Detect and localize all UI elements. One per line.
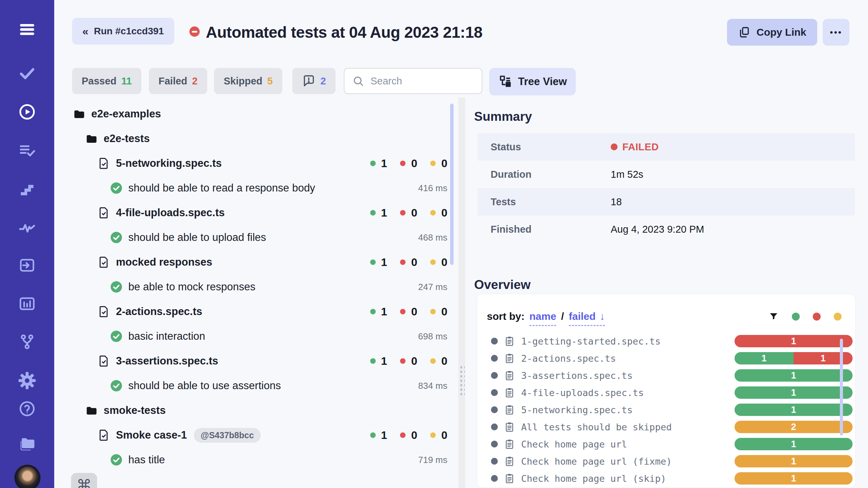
passed-dot: [370, 358, 376, 364]
results-bar: 1: [735, 455, 853, 467]
overview-row[interactable]: Check home page url (skip)1: [491, 470, 842, 487]
passed-dot: [370, 432, 376, 438]
tree-row-test[interactable]: has title719 ms: [73, 448, 447, 472]
tree-row-spec[interactable]: mocked responses 1 0 0: [73, 250, 447, 275]
tree-row-folder[interactable]: e2e-examples: [73, 102, 447, 126]
filter-green-dot[interactable]: [792, 313, 800, 321]
search-input[interactable]: [370, 75, 474, 87]
sidebar-item-list-check-icon[interactable]: [17, 141, 37, 160]
test-duration: 698 ms: [418, 331, 447, 342]
results-bar-segment-green: 1: [735, 438, 853, 450]
filter-comments-chip[interactable]: 2: [292, 68, 336, 94]
tree-row-test[interactable]: basic interaction698 ms: [73, 324, 447, 349]
sidebar-item-play-circle-icon[interactable]: [17, 102, 37, 121]
user-avatar[interactable]: [15, 465, 40, 488]
tree-row-folder[interactable]: smoke-tests: [73, 398, 447, 423]
results-bar: 2: [735, 421, 853, 433]
filter-funnel-icon[interactable]: [769, 311, 779, 322]
result-counts: 1 0 0: [370, 157, 447, 170]
overview-heading: Overview: [474, 278, 531, 292]
keyboard-shortcuts-button[interactable]: ⌘: [71, 473, 97, 488]
overview-row[interactable]: Check home page url (fixme)1: [491, 453, 842, 470]
tree-row-spec[interactable]: 5-networking.spec.ts 1 0 0: [73, 151, 447, 176]
tree-row-label: e2e-tests: [104, 132, 150, 145]
passed-dot: [370, 210, 376, 216]
panel-resize-handle[interactable]: [459, 364, 465, 396]
summary-row: StatusFAILED: [478, 133, 855, 161]
tree-row-spec[interactable]: 3-assertions.spec.ts 1 0 0: [73, 349, 447, 373]
copy-link-button[interactable]: Copy Link: [727, 19, 817, 46]
sort-by-label: sort by:: [487, 311, 525, 322]
result-counts: 1 0 0: [370, 429, 447, 442]
tree-row-label: 5-networking.spec.ts: [116, 157, 222, 170]
passed-dot: [370, 161, 376, 166]
overview-card: sort by: name / failed↓ 1-getting-starte…: [477, 294, 856, 488]
sidebar-item-activity-icon[interactable]: [17, 218, 37, 237]
tree-row-test[interactable]: should be able to upload files468 ms: [73, 225, 447, 250]
overview-row[interactable]: 5-networking.spec.ts1: [491, 401, 842, 418]
overview-row[interactable]: 4-file-uploads.spec.ts1: [491, 384, 842, 401]
overview-scrollbar[interactable]: [840, 339, 843, 435]
sidebar-item-gear-icon[interactable]: [17, 371, 37, 390]
filter-failed-chip[interactable]: Failed 2: [149, 68, 207, 94]
sidebar-item-menu-icon[interactable]: [17, 20, 37, 39]
tree-row-test[interactable]: should be able to read a response body41…: [73, 176, 447, 200]
search-icon: [352, 75, 364, 87]
list-check-icon: [18, 142, 36, 160]
sidebar-item-folder-icon[interactable]: [17, 434, 37, 453]
sidebar-item-help-icon[interactable]: [17, 399, 37, 418]
tree-row-label: should be able to upload files: [128, 231, 266, 244]
overview-row[interactable]: All tests should be skipped2: [491, 418, 842, 435]
passed-check-icon: [110, 330, 123, 343]
clipboard-icon: [504, 336, 515, 347]
results-bar-segment-orange: 2: [735, 421, 853, 433]
back-to-run-button[interactable]: « Run #c1ccd391: [72, 18, 174, 45]
tree-row-test[interactable]: should be able to use assertions834 ms: [73, 373, 447, 398]
summary-label: Duration: [478, 169, 611, 180]
tree-row-label: Smoke case-1: [116, 429, 187, 441]
tree-row-spec[interactable]: 2-actions.spec.ts 1 0 0: [73, 299, 447, 324]
tree-row-test[interactable]: be able to mock responses247 ms: [73, 275, 447, 299]
spec-bullet-dot: [491, 406, 498, 413]
sidebar-item-check-icon[interactable]: [17, 63, 37, 83]
help-icon: [18, 400, 36, 418]
filter-yellow-dot[interactable]: [834, 313, 842, 321]
spec-file-icon: [97, 157, 110, 170]
skipped-dot: [430, 210, 436, 216]
overview-row[interactable]: Check home page url1: [491, 435, 842, 453]
filter-passed-chip[interactable]: Passed 11: [72, 68, 141, 94]
tree-row-spec[interactable]: 4-file-uploads.spec.ts 1 0 0: [73, 200, 447, 225]
sidebar-item-bar-chart-icon[interactable]: [17, 294, 37, 313]
spec-bullet-dot: [491, 355, 498, 362]
tree-view-button[interactable]: Tree View: [489, 68, 576, 95]
sort-by-name-link[interactable]: name: [529, 311, 556, 326]
tree-row-label: e2e-examples: [91, 108, 161, 120]
play-circle-icon: [18, 103, 36, 121]
sidebar-item-import-icon[interactable]: [17, 256, 37, 275]
tree-scrollbar[interactable]: [450, 104, 454, 265]
check-icon: [18, 64, 36, 82]
results-bar-segment-green: 1: [735, 352, 794, 364]
tree-row-folder[interactable]: e2e-tests: [73, 126, 447, 151]
passed-label: Passed: [82, 75, 117, 87]
git-branch-icon: [18, 333, 36, 351]
filter-red-dot[interactable]: [813, 313, 821, 321]
summary-value: 18: [611, 196, 622, 208]
overview-row[interactable]: 2-actions.spec.ts11: [491, 350, 842, 367]
overview-row[interactable]: 3-assertions.spec.ts1: [491, 367, 842, 384]
sidebar-item-git-branch-icon[interactable]: [17, 332, 37, 351]
results-bar: 1: [735, 438, 853, 450]
filter-skipped-chip[interactable]: Skipped 5: [214, 68, 282, 94]
sort-by-failed-link[interactable]: failed↓: [569, 311, 605, 326]
skipped-dot: [430, 259, 436, 265]
sidebar-item-steps-icon[interactable]: [17, 180, 37, 199]
spec-bullet-dot: [491, 389, 498, 396]
spec-name: Check home page url (skip): [521, 473, 666, 484]
results-bar-segment-red: 1: [735, 335, 853, 347]
skipped-dot: [430, 432, 436, 438]
spec-file-icon: [97, 355, 110, 368]
overview-row[interactable]: 1-getting-started.spec.ts1: [491, 333, 842, 350]
import-icon: [18, 256, 36, 274]
tree-row-spec[interactable]: Smoke case-1@S437b8bcc 1 0 0: [73, 423, 447, 448]
more-actions-button[interactable]: •••: [823, 19, 849, 46]
